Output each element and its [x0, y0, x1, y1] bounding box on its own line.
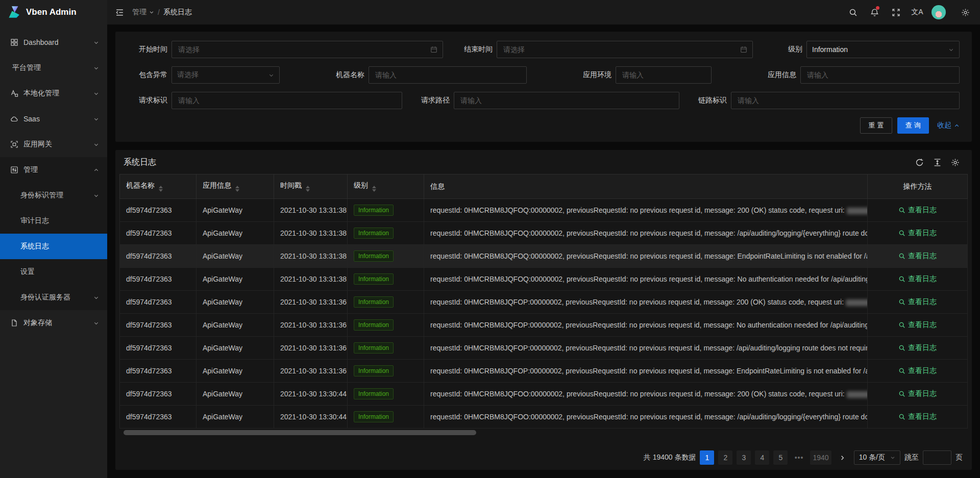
view-log-link[interactable]: 查看日志: [898, 274, 937, 284]
end-time-date[interactable]: [497, 41, 753, 58]
search-button[interactable]: [842, 0, 864, 24]
sidebar-item-audit-logs[interactable]: 审计日志: [0, 208, 107, 234]
view-log-link[interactable]: 查看日志: [898, 343, 937, 353]
view-log-link[interactable]: 查看日志: [898, 366, 937, 375]
view-log-link[interactable]: 查看日志: [898, 412, 937, 421]
view-log-link[interactable]: 查看日志: [898, 206, 937, 215]
trace-id-field[interactable]: [737, 96, 954, 105]
column-header-timestamp[interactable]: 时间戳: [274, 174, 348, 199]
view-log-link[interactable]: 查看日志: [898, 297, 937, 307]
sidebar-item-auth-server[interactable]: 身份认证服务器: [0, 285, 107, 310]
app-environment-input[interactable]: [616, 66, 712, 84]
submenu-management: 身份标识管理审计日志系统日志设置身份认证服务器: [0, 183, 107, 310]
view-log-label: 查看日志: [908, 343, 937, 353]
sidebar-item-app-gateway[interactable]: 应用网关: [0, 132, 107, 157]
refresh-icon[interactable]: [915, 158, 924, 167]
localization-icon: [10, 89, 18, 97]
view-log-link[interactable]: 查看日志: [898, 389, 937, 398]
cell-message: requestId: 0HMCRBM8JQFOP:00000002, previ…: [424, 360, 868, 383]
sidebar-item-platform-management[interactable]: 平台管理: [0, 55, 107, 81]
jump-page-input[interactable]: [923, 450, 951, 465]
cell-level: Information: [348, 245, 424, 268]
trace-id-input[interactable]: [731, 92, 960, 109]
breadcrumb-section[interactable]: 管理: [132, 8, 154, 17]
column-header-app-info[interactable]: 应用信息: [197, 174, 274, 199]
dashboard-icon: [10, 38, 18, 46]
column-header-machine-name[interactable]: 机器名称: [120, 174, 197, 199]
page-4[interactable]: 4: [755, 450, 769, 465]
request-id-input[interactable]: [172, 92, 402, 109]
start-time-field[interactable]: [177, 45, 426, 54]
sidebar-item-label: 身份认证服务器: [20, 293, 70, 302]
horizontal-scrollbar: [124, 430, 964, 435]
log-table-panel: 系统日志: [115, 150, 972, 470]
column-label: 级别: [354, 181, 368, 189]
page-5[interactable]: 5: [773, 450, 788, 465]
sidebar-item-dashboard[interactable]: Dashboard: [0, 30, 107, 55]
column-header-level[interactable]: 级别: [348, 174, 424, 199]
level-badge: Information: [354, 296, 394, 308]
app-info-field[interactable]: [806, 70, 954, 80]
app-logo[interactable]: Vben Admin: [0, 0, 107, 24]
fullscreen-icon: [892, 8, 900, 17]
next-page-button[interactable]: [836, 450, 850, 465]
row-height-icon[interactable]: [933, 158, 942, 167]
request-path-field[interactable]: [459, 96, 674, 105]
sort-icon[interactable]: [372, 186, 376, 192]
cell-message: requestId: 0HMCRBM8JQFOP:00000002, previ…: [424, 291, 868, 314]
language-button[interactable]: 文A: [906, 0, 928, 24]
fullscreen-button[interactable]: [885, 0, 906, 24]
notifications-button[interactable]: [864, 0, 885, 24]
sidebar-item-object-storage[interactable]: 对象存储: [0, 310, 107, 336]
user-menu[interactable]: [928, 0, 949, 24]
view-log-link[interactable]: 查看日志: [898, 229, 937, 238]
collapse-filter-link[interactable]: 收起: [937, 121, 960, 130]
column-label: 机器名称: [126, 181, 155, 189]
sort-icon[interactable]: [235, 186, 239, 192]
page-size-select[interactable]: 10 条/页: [854, 450, 900, 465]
request-id-field[interactable]: [177, 96, 397, 105]
include-exception-select[interactable]: 请选择: [172, 66, 280, 84]
cell-timestamp: 2021-10-30 13:31:38: [274, 199, 348, 222]
chevron-down-icon: [890, 455, 895, 460]
reset-button[interactable]: 重 置: [860, 117, 892, 134]
machine-name-field[interactable]: [374, 70, 521, 80]
page-3[interactable]: 3: [737, 450, 751, 465]
machine-name-input[interactable]: [369, 66, 527, 84]
menu-group-management: 管理身份标识管理审计日志系统日志设置身份认证服务器: [0, 157, 107, 310]
start-time-date[interactable]: [172, 41, 443, 58]
settings-button[interactable]: [954, 0, 976, 24]
menu-fold-icon[interactable]: [115, 8, 124, 17]
cell-timestamp: 2021-10-30 13:31:36: [274, 314, 348, 337]
sidebar-item-settings[interactable]: 设置: [0, 259, 107, 285]
column-header-message: 信息: [424, 174, 868, 199]
level-select[interactable]: Information: [806, 41, 960, 58]
sidebar-item-label: 身份标识管理: [20, 191, 63, 200]
sidebar-item-system-logs[interactable]: 系统日志: [0, 234, 107, 259]
sidebar-item-identity-management[interactable]: 身份标识管理: [0, 183, 107, 208]
chevron-down-icon: [93, 320, 99, 326]
app-environment-field[interactable]: [621, 70, 706, 80]
page-1940[interactable]: 1940: [810, 450, 831, 465]
sidebar-item-saas[interactable]: Saas: [0, 106, 107, 132]
end-time-field[interactable]: [502, 45, 736, 54]
app-info-input[interactable]: [800, 66, 960, 84]
calendar-icon: [430, 46, 437, 53]
request-path-input[interactable]: [454, 92, 679, 109]
sidebar-item-localization-management[interactable]: 本地化管理: [0, 81, 107, 106]
scrollbar-thumb[interactable]: [124, 430, 476, 435]
view-log-link[interactable]: 查看日志: [898, 320, 937, 330]
search-submit-button[interactable]: 查 询: [897, 117, 929, 134]
page-1[interactable]: 1: [700, 450, 714, 465]
field-trace-id: 链路标识: [687, 92, 960, 109]
table-row: df5974d72363ApiGateWay2021-10-30 13:31:3…: [120, 268, 968, 291]
view-log-link[interactable]: 查看日志: [898, 251, 937, 261]
sidebar-item-management[interactable]: 管理: [0, 157, 107, 183]
main-content: 开始时间结束时间级别Information包含异常请选择机器名称应用环境应用信息…: [107, 24, 980, 478]
sort-icon[interactable]: [159, 186, 163, 192]
sort-icon[interactable]: [306, 186, 310, 192]
chevron-up-icon: [954, 123, 960, 129]
chevron-down-icon: [93, 193, 99, 198]
page-2[interactable]: 2: [718, 450, 732, 465]
table-settings-icon[interactable]: [951, 158, 960, 167]
